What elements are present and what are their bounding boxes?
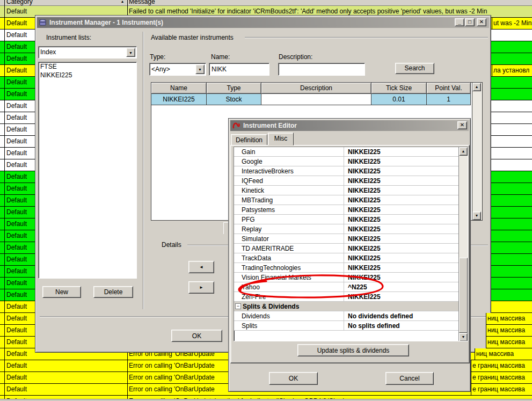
chevron-down-icon[interactable]: ▼ — [195, 64, 205, 74]
move-left-icon[interactable]: ◄ — [188, 261, 214, 273]
property-value[interactable]: No splits defined — [344, 321, 458, 330]
search-button[interactable]: Search — [395, 63, 434, 74]
property-row[interactable]: SimulatorNIKKEI225 — [234, 234, 468, 244]
log-row-category: Default — [6, 196, 27, 204]
ie-cancel-button[interactable]: Cancel — [385, 372, 434, 385]
property-value[interactable]: NIKKEI225 — [344, 147, 458, 156]
property-row[interactable]: KinetickNIKKEI225 — [234, 186, 468, 195]
new-button[interactable]: New — [42, 286, 81, 298]
property-name: Dividends — [242, 312, 270, 320]
property-value[interactable]: NIKKEI225 — [344, 224, 458, 234]
property-value[interactable]: NIKKEI225 — [344, 215, 458, 224]
scroll-up-icon[interactable]: ▲ — [459, 147, 468, 156]
property-value[interactable]: NIKKEI225 — [344, 176, 458, 185]
description-field-frame — [278, 63, 365, 76]
results-cell[interactable] — [261, 94, 371, 105]
tab-misc[interactable]: Misc — [268, 133, 294, 145]
results-cell[interactable]: Stock — [207, 94, 261, 105]
instrument-list-box[interactable]: FTSENIKKEI225 — [38, 62, 137, 279]
log-row-category: Default — [6, 43, 27, 50]
collapse-icon[interactable]: − — [235, 303, 241, 309]
scroll-down-icon[interactable]: ▼ — [472, 212, 481, 220]
property-row[interactable]: TrackDataNIKKEI225 — [234, 253, 468, 263]
results-column-header[interactable]: Tick Size — [371, 83, 427, 94]
list-item[interactable]: FTSE — [39, 62, 136, 71]
results-column-header[interactable]: Name — [151, 83, 207, 94]
instrument-list-combo[interactable]: Index ▼ — [38, 46, 137, 59]
property-value[interactable]: NIKKEI225 — [344, 253, 458, 263]
property-name: Zen-Fire — [242, 293, 266, 301]
tab-definition[interactable]: Definition — [231, 134, 267, 145]
property-row[interactable]: IQFeedNIKKEI225 — [234, 176, 468, 186]
property-value[interactable]: NIKKEI225 — [344, 292, 458, 301]
results-column-header[interactable]: Description — [261, 83, 371, 94]
property-value[interactable]: NIKKEI225 — [344, 263, 458, 272]
log-row-category: Default — [6, 244, 27, 251]
property-name: Splits & Dividends — [243, 303, 299, 310]
property-value[interactable]: NIKKEI225 — [344, 157, 458, 166]
property-name: Gain — [242, 148, 255, 156]
property-row[interactable]: Yahoo^N225 — [234, 282, 468, 292]
ie-ok-button[interactable]: OK — [269, 372, 318, 385]
description-input[interactable] — [279, 64, 363, 74]
property-row[interactable]: TD AMERITRADENIKKEI225 — [234, 244, 468, 253]
list-item[interactable]: NIKKEI225 — [39, 71, 136, 79]
property-value[interactable]: NIKKEI225 — [344, 186, 458, 195]
property-value[interactable]: NIKKEI225 — [344, 205, 458, 214]
property-value[interactable]: No dividends defined — [344, 311, 458, 320]
move-right-icon[interactable]: ► — [188, 281, 214, 294]
chevron-down-icon[interactable]: ▼ — [126, 48, 135, 57]
results-scrollbar[interactable]: ▲ ▼ — [472, 83, 482, 220]
log-row-category: Default — [6, 303, 27, 310]
instrument-editor-titlebar[interactable]: Instrument Editor — [230, 120, 469, 131]
update-splits-dividends-button[interactable]: Update splits & dividends — [297, 344, 409, 356]
property-row[interactable]: InteractiveBrokersNIKKEI225 — [234, 166, 468, 176]
instrument-manager-titlebar[interactable]: Instrument Manager - 1 Instrument(s) — [37, 17, 489, 28]
results-cell[interactable]: 1 — [427, 94, 471, 105]
log-row-category: Default — [6, 315, 27, 322]
results-column-header[interactable]: Type — [207, 83, 261, 94]
property-value[interactable]: NIKKEI225 — [344, 273, 458, 282]
close-button[interactable]: ✕ — [477, 18, 486, 26]
property-section-header[interactable]: −Splits & Dividends — [234, 302, 468, 311]
minimize-button[interactable]: _ — [455, 18, 464, 26]
property-value[interactable]: NIKKEI225 — [344, 234, 458, 243]
property-row[interactable]: Zen-FireNIKKEI225 — [234, 292, 468, 302]
log-row-category: Default — [6, 114, 27, 121]
property-name: InteractiveBrokers — [242, 167, 294, 175]
property-row[interactable]: DividendsNo dividends defined — [234, 311, 468, 321]
property-grid-scrollbar[interactable]: ▲ ▼ — [458, 147, 468, 341]
delete-button[interactable]: Delete — [93, 286, 133, 298]
property-value[interactable]: NIKKEI225 — [344, 244, 458, 253]
results-cell[interactable]: NIKKEI225 — [151, 94, 207, 105]
results-column-header[interactable]: Point Val. — [427, 83, 471, 94]
results-cell[interactable]: 0.01 — [371, 94, 427, 105]
scrollbar-thumb[interactable] — [459, 258, 468, 333]
property-value[interactable]: NIKKEI225 — [344, 195, 458, 205]
log-row-message-fragment: е границ массива — [471, 384, 532, 396]
property-row[interactable]: ReplayNIKKEI225 — [234, 224, 468, 234]
property-value[interactable]: NIKKEI225 — [344, 166, 458, 176]
description-label: Description: — [279, 53, 312, 61]
scroll-up-icon[interactable]: ▲ — [472, 83, 481, 91]
log-row-category: Default — [6, 149, 27, 157]
property-row[interactable]: SplitsNo splits defined — [234, 321, 468, 331]
scroll-down-icon[interactable]: ▼ — [459, 333, 468, 341]
property-row[interactable]: Vision Financial MarketsNIKKEI225 — [234, 273, 468, 282]
type-combo[interactable]: <Any> ▼ — [149, 63, 206, 76]
property-row[interactable]: PFGNIKKEI225 — [234, 215, 468, 224]
maximize-button[interactable]: □ — [465, 18, 475, 26]
property-row[interactable]: PatsystemsNIKKEI225 — [234, 205, 468, 215]
name-input[interactable] — [210, 64, 268, 74]
property-row[interactable]: MBTradingNIKKEI225 — [234, 195, 468, 205]
log-row-message-fragment: е границ массива — [471, 360, 532, 372]
im-ok-button[interactable]: OK — [171, 330, 222, 342]
close-button[interactable]: ✕ — [457, 121, 467, 129]
property-row[interactable]: GoogleNIKKEI225 — [234, 157, 468, 166]
property-name: Google — [242, 158, 263, 165]
property-row[interactable]: TradingTechnologiesNIKKEI225 — [234, 263, 468, 273]
property-row[interactable]: GainNIKKEI225 — [234, 147, 468, 157]
property-name: TrackData — [242, 254, 271, 262]
log-row-category: Default — [6, 256, 27, 263]
property-value[interactable]: ^N225 — [344, 282, 458, 291]
